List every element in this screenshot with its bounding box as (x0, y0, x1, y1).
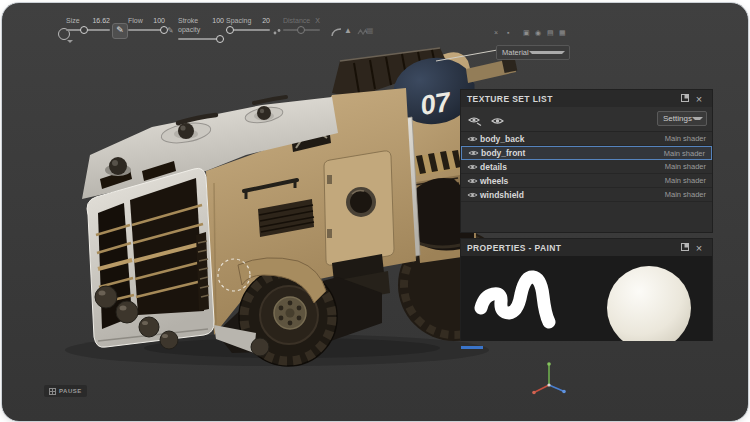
texture-set-name: details (480, 162, 665, 172)
brush-preview-area (461, 256, 712, 341)
slider-handle[interactable] (80, 26, 88, 34)
spacing-slider-group: Spacing20 (226, 16, 270, 31)
texture-set-name: wheels (480, 176, 665, 186)
close-icon[interactable]: × (692, 94, 706, 104)
chevron-down-icon (529, 51, 565, 57)
texture-set-name: body_front (481, 148, 664, 158)
toggle-all-visibility-icon[interactable] (468, 112, 482, 130)
stamp-dots-icon[interactable] (273, 28, 281, 39)
slider-label: Size (66, 16, 80, 25)
slider-label: Distance (283, 16, 310, 25)
chevron-down-icon (692, 117, 703, 123)
toolbar-cluster-icon[interactable]: × (494, 29, 498, 37)
spacing-slider[interactable] (226, 29, 270, 31)
texture-set-list-panel: TEXTURE SET LIST × Settings body_back Ma… (460, 89, 713, 233)
navigation-gizmo[interactable] (528, 359, 572, 399)
texture-set-name: windshield (480, 190, 665, 200)
visibility-eye-icon[interactable] (467, 163, 480, 171)
stroke-opacity-slider[interactable] (178, 38, 224, 40)
slider-label: Spacing (226, 16, 251, 25)
texture-set-row[interactable]: body_back Main shader (461, 132, 712, 146)
slider-handle[interactable] (297, 26, 305, 34)
settings-dropdown[interactable]: Settings (657, 111, 707, 126)
shader-label: Main shader (665, 190, 706, 199)
slider-handle[interactable] (226, 26, 234, 34)
shader-label: Main shader (664, 149, 705, 158)
toolbar-cluster-icon[interactable]: ◉ (535, 29, 541, 37)
close-icon[interactable]: × (692, 243, 706, 253)
panel-header: PROPERTIES - PAINT × (461, 239, 712, 256)
material-dropdown-value: Material (497, 48, 529, 57)
slider-label: Stroke opacity (178, 16, 212, 34)
slider-value: 100 (153, 16, 165, 25)
application-window: 07 (1, 2, 749, 422)
slider-label: Flow (128, 16, 143, 25)
grid-pattern-icon[interactable]: ▦ (366, 26, 374, 36)
scroll-indicator[interactable] (461, 346, 483, 349)
pause-label: PAUSE (59, 388, 82, 394)
texture-set-row[interactable]: windshield Main shader (461, 188, 712, 202)
material-sphere-preview[interactable] (607, 266, 691, 341)
pause-engine-button[interactable]: PAUSE (44, 385, 87, 397)
solo-visibility-icon[interactable] (491, 112, 504, 130)
visibility-eye-icon[interactable] (467, 135, 480, 143)
slider-value: X (315, 16, 320, 25)
texture-set-row[interactable]: wheels Main shader (461, 174, 712, 188)
visibility-eye-icon[interactable] (468, 149, 481, 157)
mountain-profile-icon[interactable]: ▲ (344, 26, 352, 36)
slider-value: 20 (262, 16, 270, 25)
size-slider[interactable] (66, 29, 110, 31)
pen-icon: ✎ (116, 25, 124, 35)
visibility-eye-icon[interactable] (467, 191, 480, 199)
detach-panel-icon[interactable] (678, 94, 692, 104)
pen-icon[interactable]: ✎ (167, 26, 174, 36)
panel-header: TEXTURE SET LIST × (461, 90, 712, 107)
shader-label: Main shader (665, 176, 706, 185)
panel-title: PROPERTIES - PAINT (467, 243, 678, 253)
shader-label: Main shader (665, 134, 706, 143)
texture-set-name: body_back (480, 134, 665, 144)
panel-title: TEXTURE SET LIST (467, 94, 678, 104)
pause-icon (49, 388, 56, 395)
flow-slider[interactable] (128, 29, 165, 31)
toolbar-cluster-icon[interactable]: ▪ (507, 29, 509, 37)
properties-panel: PROPERTIES - PAINT × (460, 238, 713, 341)
toolbar-cluster-icon[interactable]: ▣ (523, 29, 530, 37)
settings-dropdown-label: Settings (658, 114, 692, 123)
toolbar-cluster-icon[interactable]: ▤ (547, 29, 554, 37)
texture-set-toolbar: Settings (461, 107, 712, 132)
brush-stroke-preview[interactable] (469, 256, 589, 341)
slider-value: 100 (212, 16, 224, 34)
material-dropdown[interactable]: Material (496, 45, 570, 60)
slider-value: 16.62 (92, 16, 110, 25)
size-slider-group: Size16.62 (66, 16, 110, 31)
paint-tool-button[interactable]: ✎ (112, 23, 128, 39)
visibility-eye-icon[interactable] (467, 177, 480, 185)
detach-panel-icon[interactable] (678, 243, 692, 253)
falloff-curve-icon[interactable] (331, 28, 342, 40)
distance-slider[interactable] (283, 29, 320, 31)
brush-toolbar: Size16.62 ✎ Flow100 ✎ Stroke opacity100 … (2, 3, 748, 63)
shader-label: Main shader (665, 162, 706, 171)
texture-set-row-selected[interactable]: body_front Main shader (461, 146, 712, 160)
stroke-opacity-slider-group: Stroke opacity100 (178, 16, 224, 40)
flow-slider-group: Flow100 (128, 16, 165, 31)
texture-set-row[interactable]: details Main shader (461, 160, 712, 174)
toolbar-cluster-icon[interactable]: ▦ (559, 29, 566, 37)
distance-slider-group: DistanceX (283, 16, 320, 31)
slider-handle[interactable] (216, 35, 224, 43)
